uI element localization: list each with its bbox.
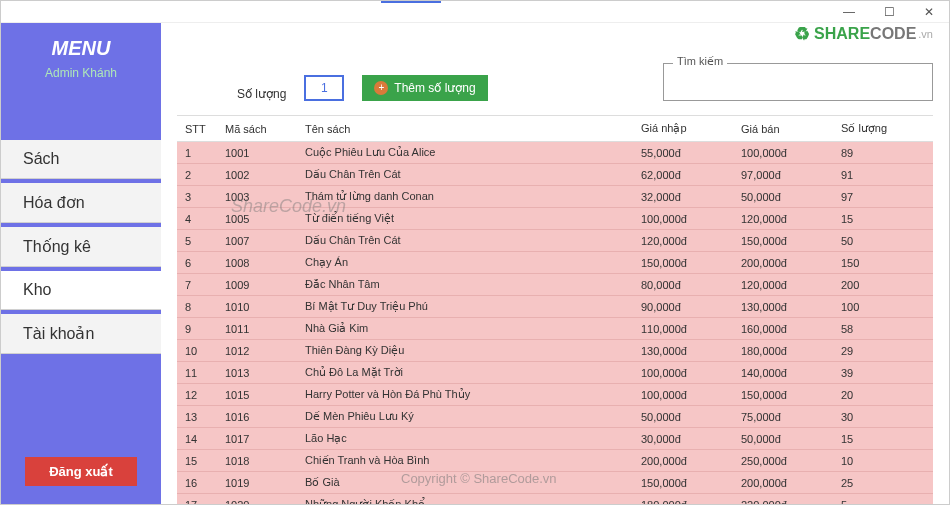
table-row[interactable]: 71009Đắc Nhân Tâm80,000đ120,000đ200	[177, 274, 933, 296]
table-cell: 32,000đ	[633, 186, 733, 208]
table-cell: 10	[177, 340, 217, 362]
table-wrap[interactable]: STTMã sáchTên sáchGiá nhậpGiá bánSố lượn…	[177, 115, 933, 504]
sidebar-item-4[interactable]: Tài khoản	[1, 314, 161, 354]
table-cell: 39	[833, 362, 933, 384]
table-cell: 15	[833, 208, 933, 230]
table-cell: 200,000đ	[733, 252, 833, 274]
table-row[interactable]: 81010Bí Mật Tư Duy Triệu Phú90,000đ130,0…	[177, 296, 933, 318]
table-row[interactable]: 141017Lão Hạc30,000đ50,000đ15	[177, 428, 933, 450]
qty-input[interactable]	[304, 75, 344, 101]
table-cell: 30,000đ	[633, 428, 733, 450]
logout-button[interactable]: Đăng xuất	[25, 457, 137, 486]
column-header[interactable]: Tên sách	[297, 116, 633, 142]
menu-title: MENU	[1, 37, 161, 60]
table-cell: 200,000đ	[733, 472, 833, 494]
table-row[interactable]: 31003Thám tử lừng danh Conan32,000đ50,00…	[177, 186, 933, 208]
table-row[interactable]: 21002Dấu Chân Trên Cát62,000đ97,000đ91	[177, 164, 933, 186]
table-row[interactable]: 151018Chiến Tranh và Hòa Bình200,000đ250…	[177, 450, 933, 472]
table-cell: 13	[177, 406, 217, 428]
table-cell: 14	[177, 428, 217, 450]
table-row[interactable]: 171020Những Người Khốn Khổ180,000đ220,00…	[177, 494, 933, 505]
table-cell: 1015	[217, 384, 297, 406]
table-cell: 100,000đ	[733, 142, 833, 164]
sidebar: MENU Admin Khánh SáchHóa đơnThống kêKhoT…	[1, 23, 161, 504]
table-row[interactable]: 41005Từ điển tiếng Việt100,000đ120,000đ1…	[177, 208, 933, 230]
table-row[interactable]: 51007Dấu Chân Trên Cát120,000đ150,000đ50	[177, 230, 933, 252]
table-cell: Dế Mèn Phiêu Lưu Ký	[297, 406, 633, 428]
maximize-button[interactable]: ☐	[869, 1, 909, 23]
table-cell: Chiến Tranh và Hòa Bình	[297, 450, 633, 472]
column-header[interactable]: Giá bán	[733, 116, 833, 142]
table-row[interactable]: 101012Thiên Đàng Kỳ Diệu130,000đ180,000đ…	[177, 340, 933, 362]
table-cell: 150	[833, 252, 933, 274]
table-row[interactable]: 11001Cuộc Phiêu Lưu Của Alice55,000đ100,…	[177, 142, 933, 164]
table-cell: 1020	[217, 494, 297, 505]
table-cell: 120,000đ	[633, 230, 733, 252]
column-header[interactable]: Mã sách	[217, 116, 297, 142]
table-cell: 200	[833, 274, 933, 296]
table-cell: 1008	[217, 252, 297, 274]
table-cell: 1005	[217, 208, 297, 230]
table-cell: 5	[833, 494, 933, 505]
add-qty-button[interactable]: + Thêm số lượng	[362, 75, 487, 101]
close-button[interactable]: ✕	[909, 1, 949, 23]
table-cell: 140,000đ	[733, 362, 833, 384]
table-cell: 180,000đ	[733, 340, 833, 362]
table-cell: 89	[833, 142, 933, 164]
table-cell: Bố Già	[297, 472, 633, 494]
table-body: 11001Cuộc Phiêu Lưu Của Alice55,000đ100,…	[177, 142, 933, 505]
brand-vn: .vn	[918, 28, 933, 40]
table-row[interactable]: 131016Dế Mèn Phiêu Lưu Ký50,000đ75,000đ3…	[177, 406, 933, 428]
search-input[interactable]	[663, 63, 933, 101]
table-cell: 90,000đ	[633, 296, 733, 318]
table-cell: 180,000đ	[633, 494, 733, 505]
plus-icon: +	[374, 81, 388, 95]
table-cell: Đắc Nhân Tâm	[297, 274, 633, 296]
table-cell: 50,000đ	[633, 406, 733, 428]
table-row[interactable]: 161019Bố Già150,000đ200,000đ25	[177, 472, 933, 494]
table-cell: 10	[833, 450, 933, 472]
table-cell: 250,000đ	[733, 450, 833, 472]
table-cell: 7	[177, 274, 217, 296]
column-header[interactable]: Giá nhập	[633, 116, 733, 142]
table-row[interactable]: 61008Chạy Án150,000đ200,000đ150	[177, 252, 933, 274]
table-cell: 30	[833, 406, 933, 428]
table-cell: Dấu Chân Trên Cát	[297, 230, 633, 252]
table-row[interactable]: 111013Chủ Đô La Mặt Trời100,000đ140,000đ…	[177, 362, 933, 384]
table-cell: 1003	[217, 186, 297, 208]
table-cell: 12	[177, 384, 217, 406]
table-cell: Chủ Đô La Mặt Trời	[297, 362, 633, 384]
table-cell: 100,000đ	[633, 384, 733, 406]
sidebar-item-0[interactable]: Sách	[1, 140, 161, 179]
table-cell: 29	[833, 340, 933, 362]
table-cell: 1013	[217, 362, 297, 384]
table-cell: Từ điển tiếng Việt	[297, 208, 633, 230]
table-cell: 75,000đ	[733, 406, 833, 428]
table-cell: 200,000đ	[633, 450, 733, 472]
column-header[interactable]: Số lượng	[833, 116, 933, 142]
table-cell: Những Người Khốn Khổ	[297, 494, 633, 505]
table-cell: Nhà Giả Kim	[297, 318, 633, 340]
toolbar: Số lượng + Thêm số lượng Tìm kiếm	[237, 63, 933, 101]
sidebar-item-2[interactable]: Thống kê	[1, 227, 161, 267]
minimize-button[interactable]: —	[829, 1, 869, 23]
brand-logo: ♻ SHARECODE.vn	[794, 23, 933, 45]
column-header[interactable]: STT	[177, 116, 217, 142]
table-cell: 3	[177, 186, 217, 208]
table-cell: 1019	[217, 472, 297, 494]
table-cell: 80,000đ	[633, 274, 733, 296]
table-row[interactable]: 121015Harry Potter và Hòn Đá Phù Thủy100…	[177, 384, 933, 406]
sidebar-item-3[interactable]: Kho	[1, 271, 161, 310]
table-cell: 160,000đ	[733, 318, 833, 340]
sidebar-item-1[interactable]: Hóa đơn	[1, 183, 161, 223]
recycle-icon: ♻	[794, 23, 810, 45]
table-cell: Bí Mật Tư Duy Triệu Phú	[297, 296, 633, 318]
table-cell: 150,000đ	[733, 384, 833, 406]
table-cell: 62,000đ	[633, 164, 733, 186]
table-cell: 150,000đ	[733, 230, 833, 252]
table-cell: 50,000đ	[733, 186, 833, 208]
table-cell: 1017	[217, 428, 297, 450]
table-row[interactable]: 91011Nhà Giả Kim110,000đ160,000đ58	[177, 318, 933, 340]
table-cell: Thiên Đàng Kỳ Diệu	[297, 340, 633, 362]
table-cell: Lão Hạc	[297, 428, 633, 450]
